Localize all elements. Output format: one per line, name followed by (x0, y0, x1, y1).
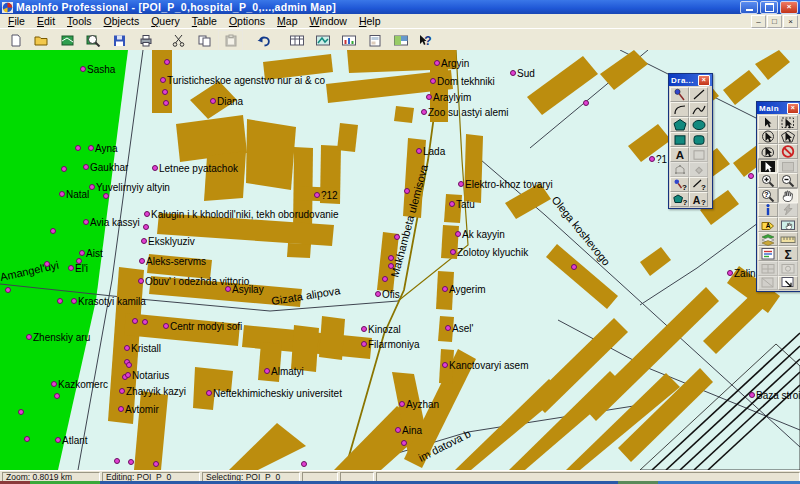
main-toolbar-close-button[interactable]: × (787, 103, 799, 114)
menu-item-objects[interactable]: Objects (98, 15, 146, 27)
poi-point[interactable] (302, 462, 307, 467)
poi-point[interactable] (60, 192, 65, 197)
poi-point[interactable] (76, 146, 81, 151)
poi-point[interactable] (115, 459, 120, 464)
main-marquee-select-button[interactable] (778, 115, 798, 130)
menu-item-query[interactable]: Query (145, 15, 186, 27)
poi-point[interactable] (104, 194, 109, 199)
main-invert-selection-button[interactable] (778, 159, 798, 174)
poi-point[interactable] (362, 327, 367, 332)
poi-point[interactable] (226, 287, 231, 292)
main-hotlink-button[interactable] (778, 203, 798, 218)
drawing-arc-button[interactable] (670, 102, 689, 117)
poi-point[interactable] (127, 363, 132, 368)
menu-item-file[interactable]: File (2, 15, 31, 27)
poi-point[interactable] (126, 373, 131, 378)
poi-point[interactable] (69, 266, 74, 271)
poi-point[interactable] (435, 61, 440, 66)
new-table-button[interactable] (3, 30, 28, 51)
poi-point[interactable] (427, 95, 432, 100)
new-mapper-button[interactable] (310, 30, 335, 51)
poi-point[interactable] (144, 225, 149, 230)
poi-point[interactable] (119, 407, 124, 412)
poi-point[interactable] (52, 382, 57, 387)
main-legend-button[interactable] (758, 246, 778, 261)
poi-point[interactable] (376, 292, 381, 297)
poi-point[interactable] (650, 157, 655, 162)
main-zoom-out-button[interactable] (778, 173, 798, 188)
open-workspace-button[interactable] (55, 30, 80, 51)
poi-point[interactable] (142, 239, 147, 244)
print-button[interactable] (133, 30, 158, 51)
poi-point[interactable] (51, 229, 56, 234)
poi-point[interactable] (400, 402, 405, 407)
undo-button[interactable] (251, 30, 276, 51)
menu-item-options[interactable]: Options (223, 15, 271, 27)
poi-point[interactable] (133, 319, 138, 324)
poi-point[interactable] (402, 441, 407, 446)
poi-point[interactable] (163, 90, 168, 95)
poi-point[interactable] (389, 256, 394, 261)
main-pan-button[interactable] (778, 188, 798, 203)
poi-point[interactable] (459, 182, 464, 187)
restore-button[interactable] (760, 1, 778, 14)
menu-item-help[interactable]: Help (353, 15, 387, 27)
poi-point[interactable] (139, 279, 144, 284)
poi-point[interactable] (164, 324, 169, 329)
poi-point[interactable] (84, 220, 89, 225)
poi-point[interactable] (315, 193, 320, 198)
close-button[interactable]: × (780, 1, 798, 14)
menu-item-window[interactable]: Window (304, 15, 353, 27)
open-remote-button[interactable] (81, 30, 106, 51)
minimize-button[interactable] (740, 1, 758, 14)
poi-point[interactable] (84, 165, 89, 170)
poi-point[interactable] (362, 342, 367, 347)
main-district-button[interactable] (758, 261, 778, 276)
poi-point[interactable] (89, 146, 94, 151)
poi-point[interactable] (80, 251, 85, 256)
main-zoom-in-button[interactable] (758, 173, 778, 188)
drawing-text-button[interactable]: A (670, 147, 689, 162)
drawing-toolbar-titlebar[interactable]: Dra... × (669, 74, 712, 86)
main-ruler-button[interactable] (778, 232, 798, 247)
main-label-button[interactable]: A (758, 217, 778, 232)
drawing-region-style-button[interactable]: ? (670, 192, 689, 207)
main-radius-select-button[interactable] (758, 130, 778, 145)
drawing-add-node-button[interactable] (689, 162, 708, 177)
open-table-button[interactable] (29, 30, 54, 51)
poi-point[interactable] (55, 394, 60, 399)
drawing-rounded-rectangle-button[interactable] (689, 132, 708, 147)
new-browser-button[interactable] (284, 30, 309, 51)
poi-point[interactable] (207, 391, 212, 396)
poi-point[interactable] (62, 167, 67, 172)
main-boundary-select-button[interactable] (758, 144, 778, 159)
poi-point[interactable] (728, 271, 733, 276)
main-change-zoom-button[interactable]: ? (758, 188, 778, 203)
poi-point[interactable] (143, 320, 148, 325)
poi-point[interactable] (443, 363, 448, 368)
poi-point[interactable] (584, 101, 589, 106)
main-clip-region-button[interactable] (758, 276, 778, 291)
drawing-reshape-button[interactable] (670, 162, 689, 177)
new-redistricter-button[interactable] (388, 30, 413, 51)
mdi-minimize-button[interactable]: – (751, 15, 766, 28)
drawing-frame-button[interactable] (689, 147, 708, 162)
save-table-button[interactable] (107, 30, 132, 51)
main-graph-select-button[interactable] (758, 159, 778, 174)
poi-point[interactable] (161, 78, 166, 83)
paste-button[interactable] (218, 30, 243, 51)
poi-point[interactable] (72, 299, 77, 304)
drawing-line-button[interactable] (689, 87, 708, 102)
main-drag-map-window-button[interactable] (778, 217, 798, 232)
poi-point[interactable] (389, 264, 394, 269)
poi-point[interactable] (19, 410, 24, 415)
drawing-toolbar-close-button[interactable]: × (698, 75, 710, 86)
poi-point[interactable] (90, 185, 95, 190)
poi-point[interactable] (443, 287, 448, 292)
poi-point[interactable] (58, 299, 63, 304)
poi-point[interactable] (145, 212, 150, 217)
drawing-text-style-button[interactable]: A? (689, 192, 708, 207)
poi-point[interactable] (422, 110, 427, 115)
poi-point[interactable] (27, 335, 32, 340)
poi-point[interactable] (750, 393, 755, 398)
